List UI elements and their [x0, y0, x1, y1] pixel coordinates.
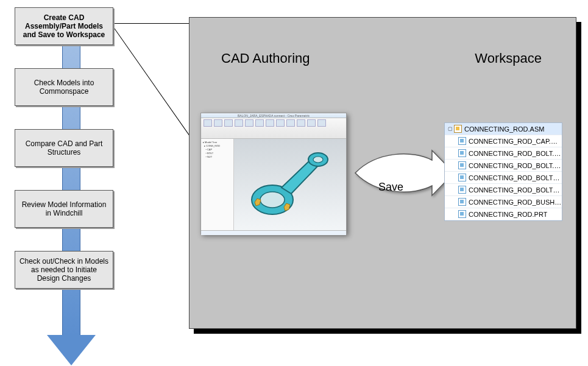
ribbon-button[interactable] — [297, 119, 305, 127]
step-compare-structures[interactable]: Compare CAD and Part Structures — [15, 129, 113, 167]
save-arrow-icon — [353, 146, 456, 200]
workflow-column: Create CAD Assembly/Part Models and Save… — [15, 7, 113, 312]
cad-app-window[interactable]: BALON_JARA_ESPAADA connect - Creo Parame… — [200, 113, 347, 234]
part-icon — [458, 210, 466, 218]
callout-line-diagonal — [111, 23, 192, 138]
tree-item-label: CONNECTING_ROD_BOLT_NUT.PRT — [469, 174, 562, 181]
step-review-windchill[interactable]: Review Model Information in Windchill — [15, 190, 113, 228]
cad-authoring-heading: CAD Authoring — [221, 51, 310, 66]
ribbon-button[interactable] — [307, 119, 316, 127]
cad-titlebar: BALON_JARA_ESPAADA connect - Creo Parame… — [201, 113, 346, 118]
tree-item-part[interactable]: CONNECTING_ROD_BOLT.PRT — [445, 160, 562, 172]
cad-model-tree[interactable]: ▸ Model Tree ▸ CONN_ROD • CAP • BOLT • N… — [201, 139, 234, 230]
step-label: Review Model Information in Windchill — [19, 200, 109, 217]
tree-item-part[interactable]: CONNECTING_ROD.PRT — [445, 208, 562, 220]
assembly-icon — [454, 125, 462, 133]
tree-item-label: CONNECTING_ROD.PRT — [469, 211, 547, 218]
ribbon-button[interactable] — [276, 119, 285, 127]
tree-item-part[interactable]: CONNECTING_ROD_BOLT_NUT.PRT — [445, 184, 562, 196]
step-label: Create CAD Assembly/Part Models and Save… — [19, 13, 109, 39]
step-check-out-in[interactable]: Check out/Check in Models as needed to I… — [15, 251, 113, 289]
ribbon-button[interactable] — [224, 119, 233, 127]
svg-point-6 — [313, 157, 323, 163]
ribbon-button[interactable] — [204, 119, 212, 127]
tree-item-part[interactable]: CONNECTING_ROD_BUSHING.PRT — [445, 196, 562, 208]
tree-item-label: CONNECTING_ROD_BUSHING.PRT — [469, 199, 562, 206]
save-arrow-label: Save — [378, 181, 403, 194]
part-icon — [458, 161, 466, 169]
ribbon-button[interactable] — [255, 119, 264, 127]
part-icon — [458, 186, 466, 194]
svg-point-1 — [260, 192, 285, 208]
cad-3d-viewport[interactable] — [234, 139, 346, 230]
tree-item-assembly[interactable]: ▢ CONNECTING_ROD.ASM — [445, 123, 562, 135]
step-check-commonspace[interactable]: Check Models into Commonspace — [15, 68, 113, 106]
flow-arrow-shaft — [62, 19, 80, 336]
step-label: Check Models into Commonspace — [19, 79, 109, 96]
tree-item-part[interactable]: CONNECTING_ROD_CAP.PRT — [445, 135, 562, 147]
tree-item-label: CONNECTING_ROD_CAP.PRT — [469, 138, 562, 145]
tree-item-label: CONNECTING_ROD_BOLT.PRT — [469, 150, 562, 157]
main-panel: CAD Authoring Workspace BALON_JARA_ESPAA… — [189, 17, 576, 329]
workspace-tree[interactable]: ▢ CONNECTING_ROD.ASM CONNECTING_ROD_CAP.… — [444, 122, 562, 221]
collapse-icon[interactable]: ▢ — [447, 126, 453, 132]
tree-item-part[interactable]: CONNECTING_ROD_BOLT.PRT — [445, 147, 562, 160]
step-label: Compare CAD and Part Structures — [19, 139, 109, 157]
ribbon-button[interactable] — [245, 119, 253, 127]
flow-arrow-head — [47, 335, 96, 365]
ribbon-button[interactable] — [214, 119, 222, 127]
callout-line-top — [111, 23, 190, 24]
connecting-rod-model — [239, 144, 339, 224]
part-icon — [458, 149, 466, 157]
tree-item-part[interactable]: CONNECTING_ROD_BOLT_NUT.PRT — [445, 172, 562, 184]
tree-item-label: CONNECTING_ROD_BOLT_NUT.PRT — [469, 186, 562, 194]
part-icon — [458, 137, 466, 145]
tree-item-label: CONNECTING_ROD_BOLT.PRT — [469, 162, 562, 169]
cad-ribbon-toolbar[interactable] — [201, 118, 346, 139]
step-label: Check out/Check in Models as needed to I… — [19, 257, 109, 283]
tree-item-label: CONNECTING_ROD.ASM — [464, 125, 544, 133]
part-icon — [458, 198, 466, 206]
ribbon-button[interactable] — [286, 119, 295, 127]
step-create-cad[interactable]: Create CAD Assembly/Part Models and Save… — [15, 7, 113, 45]
workspace-heading: Workspace — [475, 51, 542, 66]
ribbon-button[interactable] — [266, 119, 274, 127]
cad-status-bar — [201, 230, 346, 235]
ribbon-button[interactable] — [317, 119, 326, 127]
part-icon — [458, 174, 466, 181]
ribbon-button[interactable] — [235, 119, 243, 127]
